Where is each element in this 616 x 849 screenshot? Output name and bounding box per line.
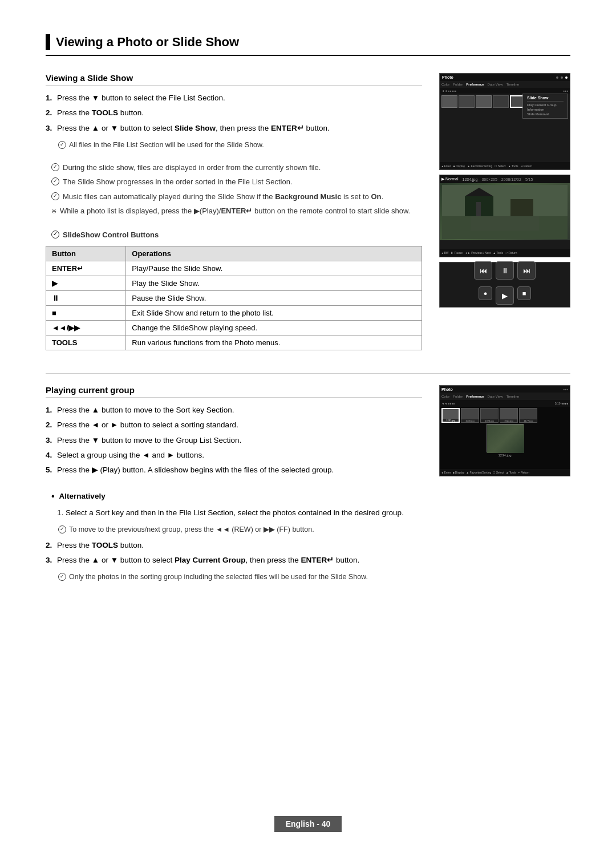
- table-row: TOOLS Run various functions from the Pho…: [46, 335, 422, 350]
- play-step-2: 2. Press the ◄ or ► button to select a s…: [46, 419, 422, 431]
- tab-folder: Folder: [453, 83, 463, 86]
- ctrl-record: ●: [479, 286, 492, 300]
- table-cell-op: Play the Slide Show.: [126, 276, 422, 291]
- note-1: ✓ During the slide show, files are displ…: [46, 162, 422, 173]
- screen-dots: [456, 76, 568, 79]
- menu-title: Slide Show: [527, 96, 564, 102]
- pg-tab-date: Date View: [487, 395, 502, 398]
- menu-item-3: Slide Removal: [527, 112, 564, 116]
- svg-rect-2: [442, 185, 568, 216]
- pgb-display: ■ Display: [452, 471, 464, 474]
- dot: [556, 76, 558, 79]
- pg-thumb-name: 1177.jpg: [520, 419, 537, 422]
- slideshow-heading: Viewing a Slide Show: [46, 73, 422, 86]
- tab-timeline: Timeline: [506, 83, 519, 86]
- ctrl-stop: ■: [517, 286, 531, 300]
- alt-steps: 1. Select a Sort key and then in the Fil…: [46, 507, 422, 519]
- tab-date: Date View: [487, 83, 502, 86]
- screen-bottom-bar: ● Enter ■ Display ▲ Favorites/Sorting ☐ …: [440, 162, 570, 169]
- pg-thumb-name: 1024.jpg: [500, 419, 517, 422]
- table-cell-op: Play/Pause the Slide Show.: [126, 261, 422, 276]
- alternatively-label: Alternatively: [59, 491, 106, 502]
- alt-note-2: ✓ Only the photos in the sorting group i…: [46, 572, 422, 583]
- ctrl-row-2: ● ▶ ■: [479, 286, 531, 305]
- note-icon-3: ✓: [51, 192, 59, 200]
- pgb-return: ↩ Return: [518, 471, 529, 474]
- pg-thumb-5: 1177.jpg: [519, 408, 537, 423]
- alternatively-item: • Alternatively: [46, 491, 422, 502]
- pg-center-image-content: [487, 424, 524, 453]
- step-3: 3. Press the ▲ or ▼ button to select Sli…: [46, 123, 422, 134]
- screen-photo-viewer: ▶ Normal 1234.jpg 360×265 2008/12/02 5/1…: [439, 175, 570, 257]
- pg-tab-timeline: Timeline: [506, 395, 519, 398]
- table-row: ENTER↵ Play/Pause the Slide Show.: [46, 261, 422, 276]
- note-icon-2: ✓: [51, 177, 59, 185]
- filter-dots: ●●●: [563, 89, 568, 92]
- pg-bottom-bar: ● Enter ■ Display ▲ Favorites/Sorting ☐ …: [440, 469, 570, 476]
- menu-item-2: Information: [527, 107, 564, 112]
- alt-step-1: 1. Select a Sort key and then in the Fil…: [57, 507, 422, 519]
- step3-note-text: All files in the File List Section will …: [69, 140, 264, 151]
- pg-thumb-2: 1040.jpg: [461, 408, 479, 423]
- note-icon-alt1: ✓: [58, 525, 66, 533]
- alt-note-text-1: To move to the previous/next group, pres…: [69, 524, 314, 535]
- bottom-tools: ▲ Tools: [508, 164, 518, 168]
- screen-content: 1234.jpg Slide Show Play Current Group I…: [440, 94, 570, 110]
- playing-steps: 1. Press the ▲ button to move to the Sor…: [46, 405, 422, 476]
- note-text-2: The Slide Show progresses in the order s…: [63, 176, 293, 188]
- pg-center-image: [487, 424, 524, 452]
- play-step-1: 1. Press the ▲ button to move to the Sor…: [46, 405, 422, 416]
- pg-filter-bar: ◄◄ ●●●● 5/10 ●●●●: [440, 400, 570, 407]
- table-cell-button: ■: [46, 306, 126, 321]
- table-cell-op: Change the SlideShow playing speed.: [126, 321, 422, 335]
- table-cell-button: ▶: [46, 276, 126, 291]
- ctrl-rewind: ⏮: [474, 261, 492, 280]
- alt-note-1: ✓ To move to the previous/next group, pr…: [46, 524, 422, 535]
- vb-return: ↩ Return: [505, 251, 517, 254]
- note-2: ✓ The Slide Show progresses in the order…: [46, 176, 422, 188]
- viewer-date: 2008/12/02: [501, 177, 521, 181]
- svg-rect-5: [476, 202, 481, 216]
- pg-tab-folder: Folder: [453, 395, 463, 398]
- screen-filter-bar: ◄◄ ●●●●● ●●●: [440, 88, 570, 94]
- pgb-tools: ▲ Tools: [506, 471, 516, 474]
- control-buttons-heading: SlideShow Control Buttons: [63, 229, 159, 241]
- slideshow-right: Photo Color Folder Preference Date View …: [439, 73, 570, 356]
- note-icon-5: ✓: [51, 231, 59, 238]
- pg-center-label: 1234.jpg: [440, 454, 570, 457]
- viewer-mode: ▶ Normal: [441, 177, 459, 181]
- vb-play: ● BW: [441, 251, 448, 254]
- bottom-display: ■ Display: [453, 164, 465, 168]
- filter-label: ◄◄ ●●●●●: [441, 89, 561, 92]
- step3-note: ✓ All files in the File List Section wil…: [46, 140, 422, 151]
- note-icon-alt2: ✓: [58, 573, 66, 581]
- note-text-4: While a photo list is displayed, press t…: [60, 205, 410, 217]
- step-1: 1. Press the ▼ button to select the File…: [46, 92, 422, 104]
- thumb: [459, 95, 475, 108]
- page-footer: English - 40: [0, 816, 616, 832]
- bottom-select: ☐ Select: [495, 164, 505, 168]
- page-title-section: Viewing a Photo or Slide Show: [46, 34, 570, 56]
- note-icon-4: ※: [51, 207, 56, 216]
- table-row: ⏸ Pause the Slide Show.: [46, 291, 422, 306]
- beach-scene-svg: [442, 185, 568, 239]
- note-icon-1: ✓: [51, 163, 59, 171]
- pg-tab-row: Color Folder Preference Date View Timeli…: [440, 393, 570, 400]
- table-cell-button: ENTER↵: [46, 261, 126, 276]
- dot: [561, 76, 563, 79]
- pg-screen: Photo ●●● Color Folder Preference Date V…: [439, 385, 570, 476]
- playing-right: Photo ●●● Color Folder Preference Date V…: [439, 385, 570, 585]
- bottom-return: ↩ Return: [521, 164, 532, 168]
- step-2: 2. Press the TOOLS button.: [46, 107, 422, 119]
- screen-photo-browser: Photo Color Folder Preference Date View …: [439, 73, 570, 170]
- play-step-5: 5. Press the ▶ (Play) button. A slidesho…: [46, 464, 422, 476]
- screen-top-bar: Photo: [440, 74, 570, 81]
- viewer-resolution: 360×265: [481, 177, 497, 181]
- pgb-sel: ☐ Select: [493, 471, 504, 474]
- playing-section: Playing current group 1. Press the ▲ but…: [46, 385, 570, 585]
- viewer-filename: 1234.jpg: [463, 177, 478, 181]
- viewer-main-image: [440, 183, 570, 240]
- viewer-bottom-bar: ● BW ⏸ Pause ◄► Previous / Next ▲ Tools …: [440, 249, 570, 257]
- play-step-4: 4. Select a group using the ◄ and ► butt…: [46, 450, 422, 461]
- ctrl-row-1: ⏮ ⏸ ⏭: [474, 261, 536, 280]
